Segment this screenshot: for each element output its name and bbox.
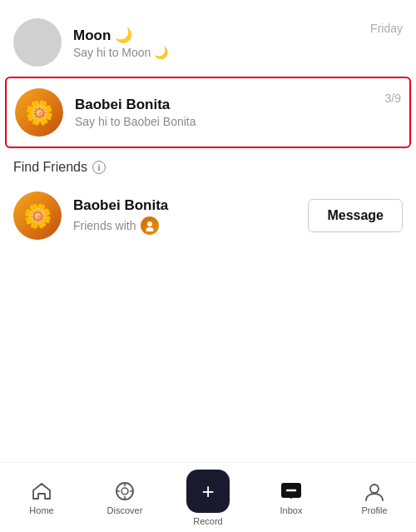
friend-sub-text: Friends with — [73, 219, 136, 232]
chat-name-moon: Moon 🌙 — [73, 27, 359, 44]
chat-item-moon[interactable]: Moon 🌙 Say hi to Moon 🌙 Friday — [0, 8, 416, 77]
chat-badge-baobei: 3/9 — [385, 88, 401, 105]
chat-time-moon: Friday — [370, 18, 403, 35]
svg-point-11 — [370, 485, 379, 493]
find-friend-item-baobei[interactable]: 🌼 Baobei Bonita Friends with Message — [0, 183, 416, 248]
svg-point-0 — [147, 221, 152, 226]
nav-item-record[interactable]: Record — [166, 470, 250, 526]
friend-mutual-avatar — [141, 216, 159, 235]
chat-name-baobei: Baobei Bonita — [75, 97, 374, 113]
nav-item-inbox[interactable]: Inbox — [250, 480, 333, 515]
avatar-baobei: 🌼 — [15, 88, 63, 137]
chat-info-moon: Moon 🌙 Say hi to Moon 🌙 — [73, 27, 359, 59]
nav-label-discover: Discover — [107, 505, 143, 515]
friend-info-baobei: Baobei Bonita Friends with — [73, 197, 296, 235]
avatar-find-flower: 🌼 — [13, 191, 62, 240]
nav-item-home[interactable]: Home — [0, 480, 83, 515]
message-button[interactable]: Message — [308, 199, 403, 232]
avatar-flower-baobei: 🌼 — [15, 88, 63, 137]
chat-item-baobei[interactable]: 🌼 Baobei Bonita Say hi to Baobei Bonita … — [5, 77, 411, 148]
nav-item-profile[interactable]: Profile — [333, 480, 416, 515]
chat-sub-baobei: Say hi to Baobei Bonita — [75, 115, 374, 128]
nav-label-record: Record — [193, 516, 222, 526]
home-icon — [31, 480, 52, 502]
svg-point-3 — [121, 488, 128, 495]
chat-sub-moon: Say hi to Moon 🌙 — [73, 46, 359, 59]
nav-label-home: Home — [29, 505, 53, 515]
svg-point-1 — [146, 227, 154, 231]
profile-icon — [364, 480, 385, 502]
discover-icon — [114, 480, 136, 502]
section-title: Find Friends — [13, 160, 87, 175]
section-header: Find Friends i — [0, 148, 416, 183]
nav-label-profile: Profile — [361, 505, 387, 515]
friend-name: Baobei Bonita — [73, 197, 296, 214]
nav-item-discover[interactable]: Discover — [83, 480, 166, 515]
inbox-icon — [280, 480, 302, 502]
avatar-moon — [13, 18, 62, 67]
chat-info-baobei: Baobei Bonita Say hi to Baobei Bonita — [75, 97, 374, 128]
bottom-nav: Home Discover Record Inb — [0, 462, 416, 532]
info-icon: i — [92, 161, 106, 174]
content-area: Moon 🌙 Say hi to Moon 🌙 Friday 🌼 Baobei … — [0, 0, 416, 462]
friend-sub: Friends with — [73, 216, 296, 235]
avatar-find-baobei: 🌼 — [13, 191, 62, 240]
record-button[interactable] — [186, 470, 230, 513]
nav-label-inbox: Inbox — [280, 505, 303, 515]
